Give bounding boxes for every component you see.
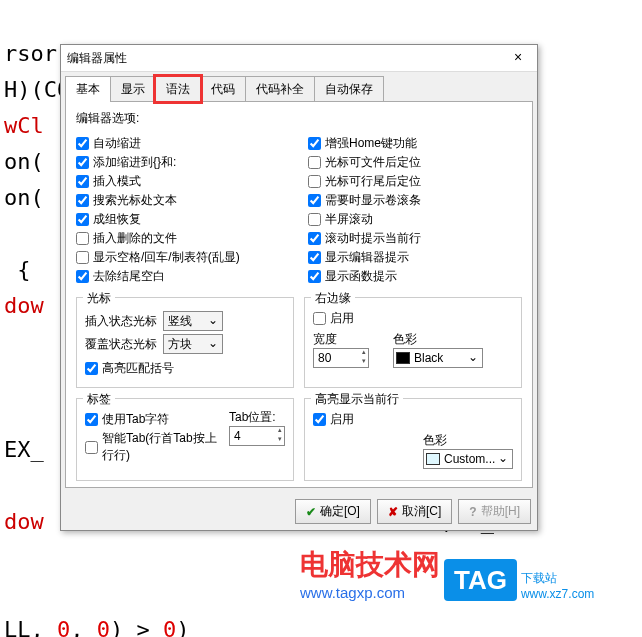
check-icon: ✔ <box>306 505 316 519</box>
right-edge-title: 右边缘 <box>311 290 355 307</box>
watermark-text: 电脑技术网 <box>300 546 440 584</box>
close-button[interactable]: × <box>505 49 531 67</box>
cursor-group-title: 光标 <box>83 290 115 307</box>
tab-pos-spin[interactable]: 4 <box>229 426 285 446</box>
opt-cursor-past-eof[interactable]: 光标可文件后定位 <box>308 154 522 171</box>
opt-search-cursor-text[interactable]: 搜索光标处文本 <box>76 192 290 209</box>
opt-editor-hints[interactable]: 显示编辑器提示 <box>308 249 522 266</box>
tag-sub: 下载站 <box>521 570 594 587</box>
opt-scroll-hint-line[interactable]: 滚动时提示当前行 <box>308 230 522 247</box>
tab-completion[interactable]: 代码补全 <box>245 76 315 102</box>
right-edge-color-label: 色彩 <box>393 331 483 348</box>
opt-half-page-scroll[interactable]: 半屏滚动 <box>308 211 522 228</box>
cross-icon: ✘ <box>388 505 398 519</box>
tag-badge: TAG <box>444 559 517 601</box>
tab-panel-basic: 编辑器选项: 自动缩进 添加缩进到{}和: 插入模式 搜索光标处文本 成组恢复 … <box>65 101 533 488</box>
right-edge-color-combo[interactable]: Black <box>393 348 483 368</box>
editor-options-label: 编辑器选项: <box>76 110 522 127</box>
tag-site: www.xz7.com <box>521 587 594 601</box>
overwrite-cursor-label: 覆盖状态光标 <box>85 336 157 353</box>
watermark-url: www.tagxp.com <box>300 584 440 601</box>
right-edge-width-spin[interactable]: 80 <box>313 348 369 368</box>
cursor-group: 光标 插入状态光标 竖线 覆盖状态光标 方块 高亮匹配括号 <box>76 297 294 388</box>
opt-show-whitespace[interactable]: 显示空格/回车/制表符(乱显) <box>76 249 290 266</box>
right-edge-width-label: 宽度 <box>313 331 369 348</box>
opt-add-indent-braces[interactable]: 添加缩进到{}和: <box>76 154 290 171</box>
tab-basic[interactable]: 基本 <box>65 76 111 102</box>
insert-cursor-label: 插入状态光标 <box>85 313 157 330</box>
highlight-line-title: 高亮显示当前行 <box>311 391 403 408</box>
dialog-title: 编辑器属性 <box>67 50 127 67</box>
ok-button[interactable]: ✔ 确定[O] <box>295 499 371 524</box>
dialog-titlebar[interactable]: 编辑器属性 × <box>61 45 537 72</box>
tab-pos-label: Tab位置: <box>229 409 285 426</box>
options-left-column: 自动缩进 添加缩进到{}和: 插入模式 搜索光标处文本 成组恢复 插入删除的文件… <box>76 133 290 287</box>
opt-highlight-match-brace[interactable]: 高亮匹配括号 <box>85 360 285 377</box>
opt-enhanced-home[interactable]: 增强Home键功能 <box>308 135 522 152</box>
color-swatch-custom <box>426 453 440 465</box>
tab-code[interactable]: 代码 <box>200 76 246 102</box>
opt-scrollbar-as-needed[interactable]: 需要时显示卷滚条 <box>308 192 522 209</box>
overwrite-cursor-combo[interactable]: 方块 <box>163 334 223 354</box>
opt-use-tab-char[interactable]: 使用Tab字符 <box>85 411 221 428</box>
opt-smart-tab[interactable]: 智能Tab(行首Tab按上行行) <box>85 430 221 464</box>
opt-insert-deleted-files[interactable]: 插入删除的文件 <box>76 230 290 247</box>
opt-insert-mode[interactable]: 插入模式 <box>76 173 290 190</box>
opt-highlight-line-enable[interactable]: 启用 <box>313 411 513 428</box>
tab-group: 标签 使用Tab字符 智能Tab(行首Tab按上行行) Tab位置: 4 <box>76 398 294 481</box>
tab-syntax[interactable]: 语法 <box>155 76 201 102</box>
opt-group-undo[interactable]: 成组恢复 <box>76 211 290 228</box>
opt-function-hints[interactable]: 显示函数提示 <box>308 268 522 285</box>
opt-trim-trailing[interactable]: 去除结尾空白 <box>76 268 290 285</box>
highlight-line-color-label: 色彩 <box>423 432 513 449</box>
highlight-line-group: 高亮显示当前行 启用 色彩 Custom... <box>304 398 522 481</box>
highlight-line-color-combo[interactable]: Custom... <box>423 449 513 469</box>
cancel-button[interactable]: ✘ 取消[C] <box>377 499 452 524</box>
color-swatch-black <box>396 352 410 364</box>
tab-strip: 基本 显示 语法 代码 代码补全 自动保存 <box>61 72 537 102</box>
tab-display[interactable]: 显示 <box>110 76 156 102</box>
insert-cursor-combo[interactable]: 竖线 <box>163 311 223 331</box>
tab-autosave[interactable]: 自动保存 <box>314 76 384 102</box>
tab-group-title: 标签 <box>83 391 115 408</box>
opt-auto-indent[interactable]: 自动缩进 <box>76 135 290 152</box>
editor-properties-dialog: 编辑器属性 × 基本 显示 语法 代码 代码补全 自动保存 编辑器选项: 自动缩… <box>60 44 538 531</box>
right-edge-group: 右边缘 启用 宽度 80 色彩 Black <box>304 297 522 388</box>
opt-right-edge-enable[interactable]: 启用 <box>313 310 513 327</box>
options-right-column: 增强Home键功能 光标可文件后定位 光标可行尾后定位 需要时显示卷滚条 半屏滚… <box>308 133 522 287</box>
help-icon: ? <box>469 505 476 519</box>
watermark-overlay: 电脑技术网 www.tagxp.com TAG 下载站 www.xz7.com <box>300 546 594 601</box>
dialog-button-bar: ✔ 确定[O] ✘ 取消[C] ? 帮助[H] <box>61 493 537 530</box>
help-button[interactable]: ? 帮助[H] <box>458 499 531 524</box>
opt-cursor-past-eol[interactable]: 光标可行尾后定位 <box>308 173 522 190</box>
